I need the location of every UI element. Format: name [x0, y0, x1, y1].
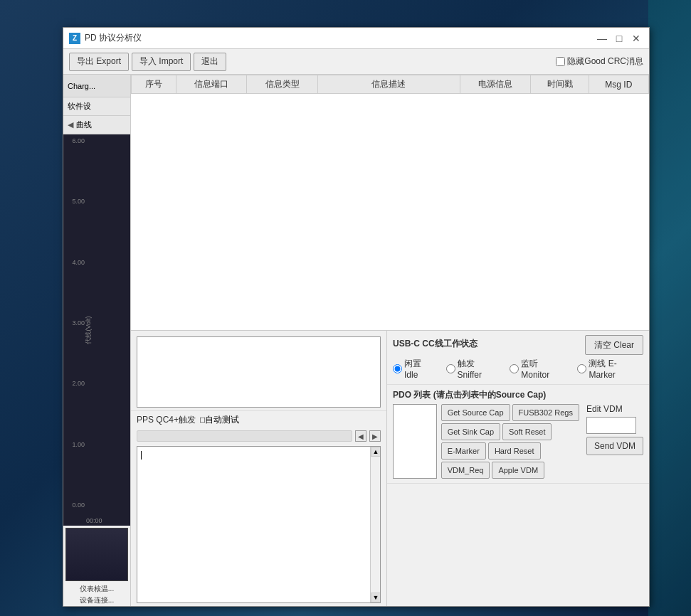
fusb302-regs-button[interactable]: FUSB302 Regs [512, 404, 579, 421]
y-val-600: 6.00 [65, 137, 86, 144]
cc-status-label: USB-C CC线工作状态 [393, 338, 478, 350]
device-connect-label: 设备连接... [63, 595, 130, 606]
thumb-label: 仪表核温... [63, 583, 130, 595]
radio-mode-group: 闲置 Idle 触发 Sniffer 监听 Monitor [393, 358, 643, 380]
col-desc: 信息描述 [317, 75, 460, 94]
curve-item[interactable]: ◀ 曲线 [63, 116, 130, 134]
hide-crc-checkbox[interactable] [556, 57, 565, 66]
scroll-up-arrow[interactable]: ▲ [371, 447, 381, 457]
import-button[interactable]: 导入 Import [132, 53, 191, 71]
curve-label: 曲线 [76, 120, 92, 130]
pdo-list-box [393, 404, 437, 479]
scroll-track [371, 457, 380, 593]
mode-idle[interactable]: 闲置 Idle [393, 358, 438, 380]
radio-monitor[interactable] [510, 364, 519, 373]
text-scrollbar: ▲ ▼ [370, 447, 380, 602]
slider-row: ◀ ▶ [131, 429, 386, 443]
mode-monitor[interactable]: 监听 Monitor [510, 358, 569, 380]
radio-sniffer[interactable] [446, 364, 455, 373]
app-icon-letter: Z [73, 34, 77, 42]
clear-button[interactable]: 清空 Clear [585, 335, 643, 355]
col-timestamp: 时间戳 [531, 75, 589, 94]
right-panel: USB-C CC线工作状态 清空 Clear 闲置 Idle 触发 Sniffe… [387, 331, 649, 606]
pps-row: PPS QC4+触发 □自动测试 [131, 410, 386, 429]
toolbar: 导出 Export 导入 Import 退出 隐藏Good CRC消息 [63, 49, 649, 75]
pdo-section: PDO 列表 (请点击列表中的Source Cap) Get Source Ca… [387, 385, 649, 484]
col-type: 信息类型 [247, 75, 318, 94]
left-sidebar: Charg... 软件设 ◀ 曲线 6.00 5.00 4.00 3.00 2.… [63, 75, 131, 606]
auto-test-text: □自动测试 [200, 415, 239, 425]
slider-right-arrow[interactable]: ▶ [369, 430, 381, 442]
radio-idle-label: 闲置 Idle [404, 358, 438, 380]
get-sink-cap-button[interactable]: Get Sink Cap [441, 423, 500, 440]
data-table: 序号 信息端口 信息类型 信息描述 电源信息 时间戳 Msg ID [131, 75, 649, 94]
content-area: Charg... 软件设 ◀ 曲线 6.00 5.00 4.00 3.00 2.… [63, 75, 649, 606]
chart-time-label: 00:00 [86, 517, 102, 524]
col-port: 信息端口 [176, 75, 247, 94]
radio-emarker-label: 测线 E-Marker [589, 358, 643, 380]
main-content: 序号 信息端口 信息类型 信息描述 电源信息 时间戳 Msg ID [131, 75, 649, 606]
hard-reset-button[interactable]: Hard Reset [488, 442, 541, 460]
window-title: PD 协议分析仪 [85, 32, 595, 44]
radio-monitor-label: 监听 Monitor [521, 358, 569, 380]
window-controls: — □ ✕ [595, 31, 643, 46]
mode-sniffer[interactable]: 触发 Sniffer [446, 358, 502, 380]
radio-idle[interactable] [393, 364, 402, 373]
time-label-text: 00:00 [86, 517, 102, 524]
pdo-left-panel: PPS QC4+触发 □自动测试 ◀ ▶ [131, 331, 387, 606]
text-cursor: | [140, 450, 142, 460]
radio-sniffer-label: 触发 Sniffer [458, 358, 502, 380]
cc-status-section: USB-C CC线工作状态 清空 Clear 闲置 Idle 触发 Sniffe… [387, 331, 649, 385]
quit-button[interactable]: 退出 [194, 53, 226, 71]
text-output-area: | ▲ ▼ [137, 446, 381, 603]
maximize-button[interactable]: □ [612, 31, 626, 46]
toolbar-right: 隐藏Good CRC消息 [556, 55, 643, 68]
preview-box [137, 336, 381, 408]
titlebar: Z PD 协议分析仪 — □ ✕ [63, 28, 649, 49]
apple-vdm-button[interactable]: Apple VDM [492, 462, 544, 479]
auto-test-label[interactable]: □自动测试 [200, 414, 239, 426]
vdm-label: Edit VDM [586, 404, 643, 414]
soft-reset-button[interactable]: Soft Reset [502, 423, 552, 440]
pdo-buttons-area: Get Source Cap FUSB302 Regs Get Sink Cap… [441, 404, 579, 479]
close-button[interactable]: ✕ [629, 31, 643, 46]
radio-emarker[interactable] [577, 364, 586, 373]
e-marker-button[interactable]: E-Marker [441, 442, 486, 460]
export-button[interactable]: 导出 Export [69, 53, 129, 71]
curve-arrow-icon: ◀ [68, 120, 73, 129]
mode-emarker[interactable]: 测线 E-Marker [577, 358, 643, 380]
y-axis-label: 代线(Volt) [85, 316, 92, 344]
y-val-400: 4.00 [65, 259, 86, 266]
software-settings-item[interactable]: 软件设 [63, 97, 130, 116]
data-table-area: 序号 信息端口 信息类型 信息描述 电源信息 时间戳 Msg ID [131, 75, 649, 331]
right-spacer [387, 484, 649, 606]
chart-area: 6.00 5.00 4.00 3.00 2.00 1.00 0.00 代线(Vo… [63, 134, 130, 526]
slider-track[interactable] [137, 430, 352, 442]
mini-chart [65, 528, 128, 581]
hide-crc-label[interactable]: 隐藏Good CRC消息 [556, 55, 643, 68]
main-window: Z PD 协议分析仪 — □ ✕ 导出 Export 导入 Import 退出 … [63, 27, 650, 607]
vdm-req-button[interactable]: VDM_Req [441, 462, 490, 479]
pdo-section-label: PDO 列表 (请点击列表中的Source Cap) [393, 390, 546, 400]
slider-left-arrow[interactable]: ◀ [355, 430, 366, 442]
vdm-section: Edit VDM Send VDM [586, 404, 643, 479]
vdm-input[interactable] [586, 417, 636, 434]
y-val-100: 1.00 [65, 441, 86, 448]
y-val-200: 2.00 [65, 380, 86, 387]
col-seq: 序号 [132, 75, 176, 94]
get-source-cap-button[interactable]: Get Source Cap [441, 404, 510, 421]
pps-label: PPS QC4+触发 [137, 414, 196, 426]
scroll-down-arrow[interactable]: ▼ [371, 593, 381, 602]
col-power: 电源信息 [460, 75, 531, 94]
sidebar-top-item[interactable]: Charg... [63, 75, 130, 97]
bottom-section: PPS QC4+触发 □自动测试 ◀ ▶ [131, 331, 649, 606]
mini-section: 仪表核温... 设备连接... [63, 526, 130, 606]
sidebar-top-label: Charg... [68, 82, 95, 90]
hide-crc-text: 隐藏Good CRC消息 [567, 55, 643, 68]
software-settings-label: 软件设 [68, 101, 91, 112]
send-vdm-button[interactable]: Send VDM [586, 437, 643, 455]
minimize-button[interactable]: — [595, 31, 609, 46]
y-val-500: 5.00 [65, 198, 86, 205]
text-output-content: | [137, 447, 380, 602]
app-icon: Z [69, 33, 80, 44]
